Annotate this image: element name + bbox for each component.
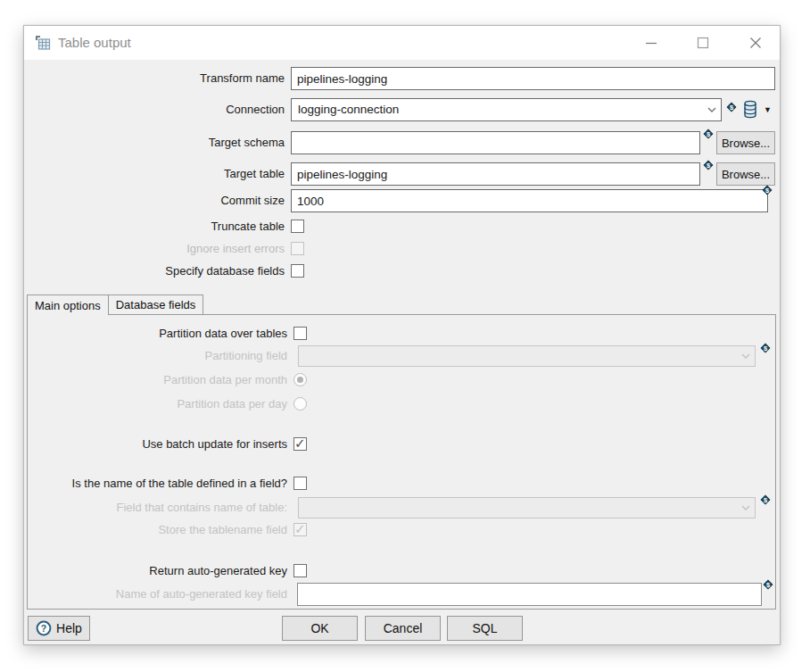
variable-icon: $ [725, 101, 738, 113]
database-icon[interactable] [742, 99, 758, 119]
connection-row: Connection logging-connection $ ▼ [24, 98, 780, 121]
partition-per-day-row: Partition data per day [28, 397, 775, 411]
chevron-down-icon [737, 498, 755, 518]
partitioning-field-label: Partitioning field [28, 345, 287, 367]
target-table-input[interactable] [291, 162, 700, 186]
dialog-title: Table output [58, 35, 131, 50]
connection-value: logging-connection [298, 103, 399, 116]
specify-database-fields-row: Specify database fields [24, 264, 780, 278]
return-auto-key-row: Return auto-generated key [28, 564, 775, 578]
transform-name-label: Transform name [24, 67, 285, 90]
browse-table-button[interactable]: Browse... [716, 162, 775, 186]
partitioning-field-row: Partitioning field $ [28, 345, 775, 367]
ignore-insert-errors-checkbox [291, 242, 304, 255]
target-table-row: Target table $ Browse... [24, 162, 780, 186]
field-contains-table-name-label: Field that contains name of table: [28, 497, 287, 519]
return-auto-key-checkbox[interactable] [293, 564, 307, 577]
variable-icon: $ [761, 184, 773, 196]
partition-over-tables-row: Partition data over tables [28, 327, 775, 341]
connection-combo[interactable]: logging-connection [291, 98, 722, 121]
target-schema-row: Target schema $ Browse... [24, 131, 780, 154]
commit-size-row: Commit size $ [24, 189, 780, 212]
auto-key-field-row: Name of auto-generated key field $ [28, 583, 775, 606]
store-tablename-label: Store the tablename field [28, 523, 287, 537]
cancel-button[interactable]: Cancel [365, 616, 441, 641]
batch-update-checkbox[interactable] [293, 437, 307, 451]
footer: ? Help OK Cancel SQL [24, 616, 780, 641]
variable-icon: $ [759, 494, 772, 506]
partition-per-day-label: Partition data per day [28, 397, 287, 411]
tab-database-fields[interactable]: Database fields [108, 295, 204, 314]
help-icon: ? [36, 620, 52, 636]
partitioning-field-combo [298, 345, 756, 367]
table-name-in-field-row: Is the name of the table defined in a fi… [28, 477, 775, 491]
main-options-panel: Partition data over tables Partitioning … [27, 314, 776, 610]
connection-label: Connection [24, 98, 285, 121]
field-contains-table-name-row: Field that contains name of table: $ [28, 497, 775, 519]
batch-update-row: Use batch update for inserts [28, 437, 775, 452]
field-contains-table-name-combo [298, 497, 756, 519]
minimize-button[interactable] [641, 33, 661, 53]
chevron-down-icon[interactable] [703, 99, 721, 120]
variable-icon: $ [762, 578, 774, 591]
store-tablename-checkbox [293, 523, 307, 536]
variable-icon: $ [702, 159, 715, 171]
partition-per-month-label: Partition data per month [28, 373, 287, 387]
return-auto-key-label: Return auto-generated key [28, 564, 287, 578]
svg-text:?: ? [41, 623, 46, 634]
sql-button[interactable]: SQL [447, 616, 523, 641]
truncate-table-row: Truncate table [24, 220, 780, 234]
partition-over-tables-checkbox[interactable] [293, 327, 307, 340]
variable-icon: $ [759, 342, 772, 354]
browse-schema-button[interactable]: Browse... [716, 131, 775, 154]
partition-over-tables-label: Partition data over tables [28, 327, 287, 341]
variable-icon: $ [702, 128, 715, 140]
table-name-in-field-checkbox[interactable] [293, 477, 307, 490]
specify-database-fields-label: Specify database fields [24, 264, 285, 278]
tab-bar: Main options Database fields [27, 295, 776, 315]
chevron-down-icon [737, 346, 755, 366]
help-button-label: Help [56, 621, 82, 635]
auto-key-field-label: Name of auto-generated key field [28, 583, 287, 606]
commit-size-input[interactable] [291, 189, 768, 212]
ignore-insert-errors-label: Ignore insert errors [24, 242, 285, 256]
close-button[interactable] [746, 33, 765, 53]
partition-per-month-radio [293, 373, 307, 386]
target-schema-input[interactable] [291, 131, 700, 154]
titlebar: Table output [24, 26, 780, 60]
partition-per-day-radio [293, 397, 307, 411]
auto-key-field-input[interactable] [297, 583, 762, 606]
target-table-label: Target table [24, 162, 285, 186]
tab-main-options[interactable]: Main options [27, 295, 109, 315]
truncate-table-checkbox[interactable] [291, 220, 304, 233]
batch-update-label: Use batch update for inserts [28, 437, 287, 452]
table-output-icon [35, 35, 51, 51]
help-button[interactable]: ? Help [28, 616, 90, 641]
table-name-in-field-label: Is the name of the table defined in a fi… [28, 477, 287, 491]
table-output-dialog: Table output Transform name Connection l… [23, 25, 781, 645]
ignore-insert-errors-row: Ignore insert errors [24, 242, 780, 256]
ok-button[interactable]: OK [282, 616, 358, 641]
partition-per-month-row: Partition data per month [28, 373, 775, 387]
commit-size-label: Commit size [24, 189, 285, 212]
specify-database-fields-checkbox[interactable] [291, 264, 304, 278]
transform-name-row: Transform name [24, 67, 780, 90]
target-schema-label: Target schema [24, 131, 285, 154]
maximize-button[interactable] [693, 33, 713, 53]
truncate-table-label: Truncate table [24, 220, 285, 234]
transform-name-input[interactable] [291, 67, 775, 90]
connection-menu-dropdown-icon[interactable]: ▼ [764, 105, 772, 114]
store-tablename-row: Store the tablename field [28, 523, 775, 537]
